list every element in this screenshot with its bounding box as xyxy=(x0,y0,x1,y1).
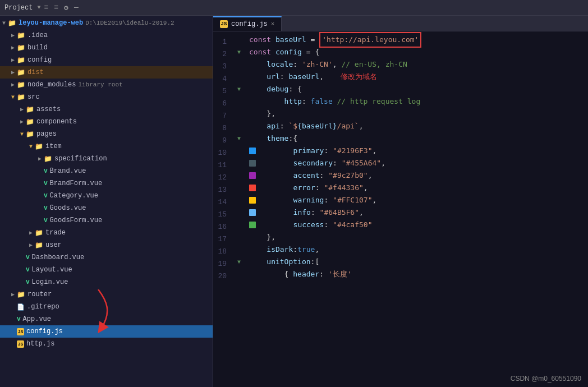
dist-folder-icon: 📁 xyxy=(17,68,25,77)
goods-vue-icon: V xyxy=(44,205,48,211)
sidebar-item-item[interactable]: ▼ 📁 item xyxy=(0,140,213,153)
code-line-13: error: "#f44336", xyxy=(249,182,584,194)
sidebar-item-category-vue[interactable]: V Category.vue xyxy=(0,190,213,202)
color-swatch-secondary xyxy=(249,160,256,167)
tab-config-js[interactable]: JS config.js × xyxy=(213,16,282,31)
color-swatch-success xyxy=(249,222,256,228)
app-vue-icon: V xyxy=(17,316,21,322)
sidebar-item-dist[interactable]: ▶ 📁 dist xyxy=(0,66,213,79)
item-label: item xyxy=(45,142,62,150)
code-line-14: warning: "#FFC107", xyxy=(249,194,584,206)
sidebar: ▼ 📁 leyou-manage-web D:\IDE2019\idealU-2… xyxy=(0,16,213,387)
user-label: user xyxy=(45,241,62,249)
brandform-vue-icon: V xyxy=(44,180,48,187)
color-swatch-info xyxy=(249,209,256,216)
http-js-icon: JS xyxy=(17,340,24,348)
sidebar-item-config-js[interactable]: JS config.js xyxy=(0,325,213,338)
sidebar-item-layout-vue[interactable]: V Layout.vue xyxy=(0,264,213,276)
node-modules-extra: library root xyxy=(78,81,122,88)
project-label: Project xyxy=(4,4,33,12)
gitrepo-icon: 📄 xyxy=(17,303,25,311)
code-line-11: secondary: "#455A64", xyxy=(249,157,584,169)
sidebar-item-router[interactable]: ▶ 📁 router xyxy=(0,288,213,301)
category-vue-label: Category.vue xyxy=(50,192,98,200)
sidebar-item-brandform-vue[interactable]: V BrandForm.vue xyxy=(0,177,213,190)
sidebar-item-config[interactable]: ▶ 📁 config xyxy=(0,54,213,66)
sidebar-item-app-vue[interactable]: V App.vue xyxy=(0,313,213,325)
code-lines: const baseUrl = 'http://api.leyou.com' c… xyxy=(245,31,588,387)
dashboard-vue-icon: V xyxy=(26,254,30,261)
sidebar-item-node-modules[interactable]: ▶ 📁 node_modules library root xyxy=(0,79,213,91)
sidebar-item-user[interactable]: ▶ 📁 user xyxy=(0,239,213,251)
code-line-12: accent: "#9c27b0", xyxy=(249,169,584,182)
layout-vue-label: Layout.vue xyxy=(32,266,72,274)
sidebar-item-assets[interactable]: ▶ 📁 assets xyxy=(0,103,213,116)
collapse-all-icon[interactable]: ≡ xyxy=(44,3,48,12)
watermark: CSDN @m0_60551090 xyxy=(511,375,581,383)
code-line-3: locale: 'zh-CN', // en-US, zh-CN xyxy=(249,58,584,71)
pages-folder-icon: 📁 xyxy=(26,130,34,139)
sidebar-item-src[interactable]: ▼ 📁 src xyxy=(0,91,213,103)
code-line-6: http: false // http request log xyxy=(249,95,584,108)
brand-vue-icon: V xyxy=(44,168,48,174)
gitrepo-label: .gitrepo xyxy=(27,303,59,311)
code-content: 12345 678910 1112131415 1617181920 ▼ ▼ ▼ xyxy=(213,31,588,387)
src-label: src xyxy=(27,93,40,101)
node-modules-label: node_modules xyxy=(27,81,76,89)
sidebar-item-gitrepo[interactable]: 📄 .gitrepo xyxy=(0,301,213,313)
sidebar-item-http-js[interactable]: JS http.js xyxy=(0,338,213,350)
expand-all-icon[interactable]: ≡ xyxy=(54,3,58,12)
sidebar-item-trade[interactable]: ▶ 📁 trade xyxy=(0,227,213,239)
main-area: ▼ 📁 leyou-manage-web D:\IDE2019\idealU-2… xyxy=(0,16,588,387)
tab-js-icon: JS xyxy=(220,20,228,28)
project-chevron[interactable]: ▼ xyxy=(37,4,40,11)
code-line-19: unitOption:[ xyxy=(249,256,584,268)
code-line-17: }, xyxy=(249,231,584,243)
sidebar-item-login-vue[interactable]: V Login.vue xyxy=(0,276,213,288)
sidebar-item-components[interactable]: ▶ 📁 components xyxy=(0,116,213,128)
top-bar-icons: ≡ ≡ ⚙ — xyxy=(44,3,78,12)
code-line-15: info: "#64B5F6", xyxy=(249,206,584,219)
trade-folder-icon: 📁 xyxy=(35,229,43,237)
brand-vue-label: Brand.vue xyxy=(50,167,86,175)
sidebar-item-build[interactable]: ▶ 📁 build xyxy=(0,42,213,54)
code-line-2: const config = { xyxy=(249,46,584,58)
router-label: router xyxy=(27,291,52,298)
config-label: config xyxy=(27,56,52,64)
spec-label: specification xyxy=(54,155,107,163)
minimize-icon[interactable]: — xyxy=(74,3,79,12)
login-vue-label: Login.vue xyxy=(32,278,68,286)
sidebar-item-goods-vue[interactable]: V Goods.vue xyxy=(0,202,213,214)
tab-close-button[interactable]: × xyxy=(271,21,275,27)
sidebar-item-pages[interactable]: ▼ 📁 pages xyxy=(0,128,213,140)
root-label: leyou-manage-web xyxy=(19,19,83,27)
sidebar-item-brand-vue[interactable]: V Brand.vue xyxy=(0,165,213,177)
router-folder-icon: 📁 xyxy=(17,291,25,299)
settings-icon[interactable]: ⚙ xyxy=(64,3,68,12)
sidebar-item-root[interactable]: ▼ 📁 leyou-manage-web D:\IDE2019\idealU-2… xyxy=(0,17,213,29)
code-line-4: url: baseUrl, 修改为域名 xyxy=(249,71,584,83)
dist-label: dist xyxy=(27,68,44,76)
color-swatch-accent xyxy=(249,172,256,179)
root-folder-icon: 📁 xyxy=(8,19,16,27)
code-line-9: theme:{ xyxy=(249,132,584,145)
trade-label: trade xyxy=(45,229,66,237)
code-line-8: api: `${baseUrl}/api`, xyxy=(249,120,584,132)
build-folder-icon: 📁 xyxy=(17,44,25,52)
code-line-16: success: "#4caf50" xyxy=(249,219,584,231)
build-label: build xyxy=(27,44,48,52)
sidebar-item-idea[interactable]: ▶ 📁 .idea xyxy=(0,29,213,42)
idea-folder-icon: 📁 xyxy=(17,31,25,40)
goodsform-vue-icon: V xyxy=(44,217,48,224)
sidebar-item-goodsform-vue[interactable]: V GoodsForm.vue xyxy=(0,214,213,227)
gutter-col: ▼ ▼ ▼ ▼ xyxy=(233,31,245,387)
sidebar-item-dashboard-vue[interactable]: V Dashboard.vue xyxy=(0,251,213,264)
sidebar-item-specification[interactable]: ▶ 📁 specification xyxy=(0,153,213,165)
config-folder-icon: 📁 xyxy=(17,56,25,64)
code-line-20: { header: '长度' xyxy=(249,268,584,280)
root-path: D:\IDE2019\idealU-2019.2 xyxy=(85,20,174,26)
config-js-label: config.js xyxy=(26,328,63,335)
idea-label: .idea xyxy=(27,31,48,39)
components-label: components xyxy=(36,118,77,126)
tab-bar: JS config.js × xyxy=(213,16,588,31)
